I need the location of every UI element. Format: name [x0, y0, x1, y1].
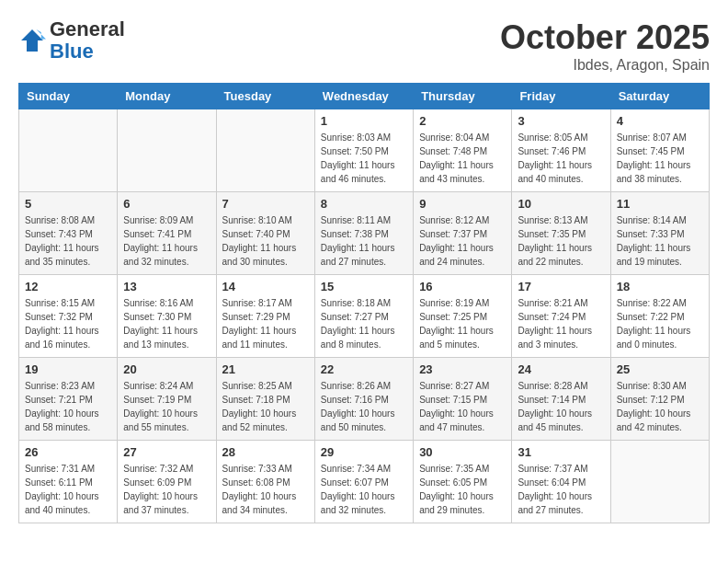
calendar-day-cell: 1Sunrise: 8:03 AMSunset: 7:50 PMDaylight…	[314, 109, 413, 192]
calendar-day-cell: 9Sunrise: 8:12 AMSunset: 7:37 PMDaylight…	[414, 192, 512, 275]
calendar-table: SundayMondayTuesdayWednesdayThursdayFrid…	[18, 83, 710, 523]
day-number: 31	[518, 445, 604, 459]
calendar-day-cell: 3Sunrise: 8:05 AMSunset: 7:46 PMDaylight…	[512, 109, 610, 192]
day-number: 7	[222, 197, 309, 211]
day-number: 27	[123, 445, 210, 459]
day-info: Sunrise: 8:22 AMSunset: 7:22 PMDaylight:…	[617, 296, 703, 351]
calendar-day-cell	[610, 441, 709, 523]
calendar-day-cell: 23Sunrise: 8:27 AMSunset: 7:15 PMDayligh…	[414, 358, 512, 441]
calendar-day-cell: 20Sunrise: 8:24 AMSunset: 7:19 PMDayligh…	[118, 358, 216, 441]
weekday-header: Tuesday	[216, 84, 314, 109]
day-number: 30	[419, 445, 506, 459]
calendar-week-row: 5Sunrise: 8:08 AMSunset: 7:43 PMDaylight…	[19, 192, 710, 275]
calendar-day-cell: 7Sunrise: 8:10 AMSunset: 7:40 PMDaylight…	[216, 192, 314, 275]
calendar-day-cell: 16Sunrise: 8:19 AMSunset: 7:25 PMDayligh…	[414, 275, 512, 358]
day-number: 5	[25, 197, 111, 211]
day-info: Sunrise: 8:16 AMSunset: 7:30 PMDaylight:…	[123, 296, 210, 351]
calendar-day-cell	[118, 109, 216, 192]
day-number: 6	[123, 197, 210, 211]
calendar-day-cell: 25Sunrise: 8:30 AMSunset: 7:12 PMDayligh…	[610, 358, 709, 441]
day-info: Sunrise: 8:04 AMSunset: 7:48 PMDaylight:…	[419, 131, 506, 186]
day-info: Sunrise: 8:30 AMSunset: 7:12 PMDaylight:…	[617, 379, 703, 434]
day-number: 29	[321, 445, 407, 459]
weekday-header: Sunday	[19, 84, 118, 109]
month-title: October 2025	[500, 18, 710, 57]
calendar-day-cell: 18Sunrise: 8:22 AMSunset: 7:22 PMDayligh…	[610, 275, 709, 358]
day-info: Sunrise: 8:09 AMSunset: 7:41 PMDaylight:…	[123, 213, 210, 269]
day-info: Sunrise: 8:10 AMSunset: 7:40 PMDaylight:…	[222, 213, 309, 269]
day-info: Sunrise: 8:24 AMSunset: 7:19 PMDaylight:…	[123, 379, 210, 434]
calendar-week-row: 19Sunrise: 8:23 AMSunset: 7:21 PMDayligh…	[19, 358, 710, 441]
day-info: Sunrise: 8:28 AMSunset: 7:14 PMDaylight:…	[518, 379, 604, 434]
day-number: 1	[321, 114, 407, 128]
day-info: Sunrise: 7:35 AMSunset: 6:05 PMDaylight:…	[419, 462, 506, 517]
calendar-day-cell: 29Sunrise: 7:34 AMSunset: 6:07 PMDayligh…	[314, 441, 413, 523]
day-number: 14	[222, 280, 309, 293]
day-number: 9	[419, 197, 506, 211]
calendar-day-cell: 15Sunrise: 8:18 AMSunset: 7:27 PMDayligh…	[314, 275, 413, 358]
day-info: Sunrise: 8:07 AMSunset: 7:45 PMDaylight:…	[617, 131, 703, 186]
day-info: Sunrise: 8:05 AMSunset: 7:46 PMDaylight:…	[518, 131, 604, 186]
logo: General Blue	[18, 18, 125, 63]
day-info: Sunrise: 7:33 AMSunset: 6:08 PMDaylight:…	[222, 462, 309, 517]
calendar-day-cell: 4Sunrise: 8:07 AMSunset: 7:45 PMDaylight…	[610, 109, 709, 192]
day-number: 16	[419, 280, 506, 293]
weekday-header: Saturday	[610, 84, 709, 109]
weekday-header: Friday	[512, 84, 610, 109]
logo-icon	[18, 27, 46, 54]
day-number: 2	[419, 114, 506, 128]
calendar-day-cell: 12Sunrise: 8:15 AMSunset: 7:32 PMDayligh…	[19, 275, 118, 358]
day-number: 21	[222, 362, 309, 376]
day-info: Sunrise: 8:18 AMSunset: 7:27 PMDaylight:…	[321, 296, 407, 351]
day-number: 22	[321, 362, 407, 376]
calendar-day-cell: 26Sunrise: 7:31 AMSunset: 6:11 PMDayligh…	[19, 441, 118, 523]
location: Ibdes, Aragon, Spain	[500, 57, 710, 74]
calendar-week-row: 26Sunrise: 7:31 AMSunset: 6:11 PMDayligh…	[19, 441, 710, 523]
calendar-day-cell: 24Sunrise: 8:28 AMSunset: 7:14 PMDayligh…	[512, 358, 610, 441]
day-number: 25	[617, 362, 703, 376]
calendar-day-cell: 19Sunrise: 8:23 AMSunset: 7:21 PMDayligh…	[19, 358, 118, 441]
day-info: Sunrise: 8:21 AMSunset: 7:24 PMDaylight:…	[518, 296, 604, 351]
day-number: 26	[25, 445, 111, 459]
day-info: Sunrise: 7:37 AMSunset: 6:04 PMDaylight:…	[518, 462, 604, 517]
calendar-day-cell: 11Sunrise: 8:14 AMSunset: 7:33 PMDayligh…	[610, 192, 709, 275]
day-info: Sunrise: 8:13 AMSunset: 7:35 PMDaylight:…	[518, 213, 604, 269]
calendar-day-cell: 5Sunrise: 8:08 AMSunset: 7:43 PMDaylight…	[19, 192, 118, 275]
calendar-day-cell: 2Sunrise: 8:04 AMSunset: 7:48 PMDaylight…	[414, 109, 512, 192]
day-number: 20	[123, 362, 210, 376]
day-info: Sunrise: 7:32 AMSunset: 6:09 PMDaylight:…	[123, 462, 210, 517]
calendar-week-row: 12Sunrise: 8:15 AMSunset: 7:32 PMDayligh…	[19, 275, 710, 358]
day-number: 3	[518, 114, 604, 128]
calendar-day-cell	[216, 109, 314, 192]
calendar-day-cell	[19, 109, 118, 192]
day-info: Sunrise: 8:15 AMSunset: 7:32 PMDaylight:…	[25, 296, 111, 351]
calendar-day-cell: 22Sunrise: 8:26 AMSunset: 7:16 PMDayligh…	[314, 358, 413, 441]
day-info: Sunrise: 8:17 AMSunset: 7:29 PMDaylight:…	[222, 296, 309, 351]
day-info: Sunrise: 8:12 AMSunset: 7:37 PMDaylight:…	[419, 213, 506, 269]
calendar-day-cell: 6Sunrise: 8:09 AMSunset: 7:41 PMDaylight…	[118, 192, 216, 275]
day-number: 11	[617, 197, 703, 211]
day-number: 15	[321, 280, 407, 293]
day-number: 10	[518, 197, 604, 211]
day-info: Sunrise: 7:31 AMSunset: 6:11 PMDaylight:…	[25, 462, 111, 517]
day-number: 12	[25, 280, 111, 293]
day-number: 28	[222, 445, 309, 459]
calendar-week-row: 1Sunrise: 8:03 AMSunset: 7:50 PMDaylight…	[19, 109, 710, 192]
day-number: 24	[518, 362, 604, 376]
day-number: 18	[617, 280, 703, 293]
calendar-day-cell: 10Sunrise: 8:13 AMSunset: 7:35 PMDayligh…	[512, 192, 610, 275]
calendar-day-cell: 13Sunrise: 8:16 AMSunset: 7:30 PMDayligh…	[118, 275, 216, 358]
logo-blue-text: Blue	[50, 40, 94, 63]
calendar-day-cell: 14Sunrise: 8:17 AMSunset: 7:29 PMDayligh…	[216, 275, 314, 358]
calendar-day-cell: 17Sunrise: 8:21 AMSunset: 7:24 PMDayligh…	[512, 275, 610, 358]
day-number: 19	[25, 362, 111, 376]
calendar-header: SundayMondayTuesdayWednesdayThursdayFrid…	[19, 84, 710, 109]
day-number: 8	[321, 197, 407, 211]
logo-general-text: General	[50, 17, 125, 40]
day-info: Sunrise: 8:03 AMSunset: 7:50 PMDaylight:…	[321, 131, 407, 186]
weekday-header: Monday	[118, 84, 216, 109]
weekday-row: SundayMondayTuesdayWednesdayThursdayFrid…	[19, 84, 710, 109]
calendar-day-cell: 21Sunrise: 8:25 AMSunset: 7:18 PMDayligh…	[216, 358, 314, 441]
calendar-day-cell: 30Sunrise: 7:35 AMSunset: 6:05 PMDayligh…	[414, 441, 512, 523]
calendar-day-cell: 8Sunrise: 8:11 AMSunset: 7:38 PMDaylight…	[314, 192, 413, 275]
